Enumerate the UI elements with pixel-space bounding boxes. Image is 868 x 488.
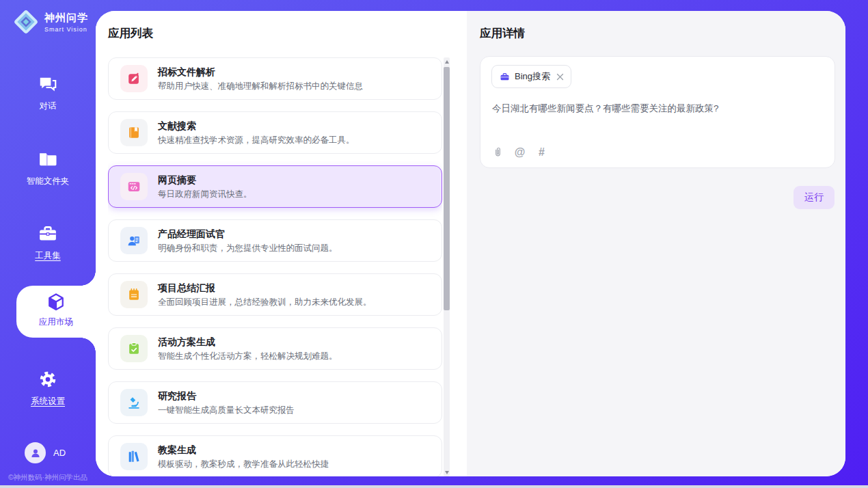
notepad-icon	[120, 281, 148, 308]
webpage-icon	[120, 173, 148, 200]
sidebar-item-smart-folder[interactable]: 智能文件夹	[0, 149, 96, 187]
app-card-title: 研究报告	[158, 390, 295, 402]
copyright-text: ©神州数码·神州问学出品	[0, 473, 96, 483]
scroll-up-icon[interactable]	[444, 57, 450, 66]
app-card-description: 帮助用户快速、准确地理解和解析招标书中的关键信息	[158, 81, 363, 92]
brand-logo: 神州问学 Smart Vision	[12, 8, 88, 36]
scrollbar-thumb[interactable]	[444, 67, 450, 310]
app-detail-panel: 应用详情 Bing搜索 今日湖北有哪些新闻要点？有哪些需要关注的最新政策? @ …	[467, 11, 845, 476]
app-card[interactable]: 产品经理面试官 明确身份和职责，为您提供专业性的面试问题。	[108, 219, 442, 262]
app-card-title: 活动方案生成	[158, 336, 338, 348]
app-card-title: 教案生成	[158, 444, 329, 456]
close-icon[interactable]	[556, 73, 564, 81]
microscope-icon	[120, 389, 148, 416]
app-card[interactable]: 项目总结汇报 全面回顾项目进展，总结经验教训，助力未来优化发展。	[108, 273, 442, 316]
app-window: 神州问学 Smart Vision 对话 智能文件夹 工具集 应用市场 系统设置	[0, 0, 868, 488]
sidebar-item-settings[interactable]: 系统设置	[0, 369, 96, 407]
tool-chip-bing-search[interactable]: Bing搜索	[491, 65, 571, 88]
sidebar-item-chat[interactable]: 对话	[0, 74, 96, 112]
app-card[interactable]: 文献搜索 快速精准查找学术资源，提高研究效率的必备工具。	[108, 111, 442, 154]
toolbox-icon	[38, 223, 58, 244]
briefcase-icon	[500, 72, 510, 82]
scroll-down-icon[interactable]	[444, 468, 450, 476]
chat-icon	[38, 74, 58, 94]
app-card-title: 网页摘要	[158, 174, 252, 186]
cube-icon	[46, 292, 66, 312]
user-initials: AD	[53, 448, 66, 458]
sidebar-item-label: 系统设置	[0, 396, 96, 407]
sidebar-item-label: 工具集	[0, 250, 96, 262]
app-card[interactable]: 网页摘要 每日政府新闻资讯快查。	[108, 165, 442, 208]
avatar	[25, 442, 46, 463]
app-card-title: 项目总结汇报	[158, 282, 372, 294]
hash-topic-icon[interactable]: #	[536, 146, 547, 158]
books-icon	[120, 443, 148, 470]
book-icon	[120, 119, 148, 146]
app-card-description: 明确身份和职责，为您提供专业性的面试问题。	[158, 243, 338, 254]
app-card[interactable]: 招标文件解析 帮助用户快速、准确地理解和解析招标书中的关键信息	[108, 57, 442, 100]
app-card[interactable]: 活动方案生成 智能生成个性化活动方案，轻松解决规划难题。	[108, 327, 442, 370]
user-account[interactable]: AD	[25, 442, 66, 463]
prompt-input-card[interactable]: Bing搜索 今日湖北有哪些新闻要点？有哪些需要关注的最新政策? @ #	[480, 56, 835, 168]
sidebar-item-label: 应用市场	[16, 316, 96, 328]
app-card-description: 模板驱动，教案秒成，教学准备从此轻松快捷	[158, 459, 329, 470]
app-card-title: 文献搜索	[158, 120, 355, 132]
app-card-description: 全面回顾项目进展，总结经验教训，助力未来优化发展。	[158, 297, 372, 308]
sidebar-item-toolset[interactable]: 工具集	[0, 223, 96, 262]
app-card-description: 每日政府新闻资讯快查。	[158, 189, 252, 200]
sidebar-item-app-market[interactable]: 应用市场	[16, 286, 96, 338]
app-card-description: 一键智能生成高质量长文本研究报告	[158, 405, 295, 416]
interviewer-icon	[120, 227, 148, 254]
brand-logo-icon	[12, 8, 40, 36]
app-card-list: 招标文件解析 帮助用户快速、准确地理解和解析招标书中的关键信息 文献搜索 快速精…	[108, 57, 442, 476]
app-list-panel: 应用列表 招标文件解析 帮助用户快速、准确地理解和解析招标书中的关键信息 文献搜…	[96, 11, 467, 476]
brand-subtitle: Smart Vision	[44, 26, 88, 33]
edit-doc-icon	[120, 65, 148, 92]
run-button[interactable]: 运行	[794, 186, 835, 209]
sidebar-item-label: 智能文件夹	[0, 176, 96, 187]
app-card-title: 招标文件解析	[158, 66, 363, 78]
app-card[interactable]: 教案生成 模板驱动，教案秒成，教学准备从此轻松快捷	[108, 435, 442, 476]
sidebar: 神州问学 Smart Vision 对话 智能文件夹 工具集 应用市场 系统设置	[0, 0, 96, 488]
clipboard-check-icon	[120, 335, 148, 362]
content-area: 应用列表 招标文件解析 帮助用户快速、准确地理解和解析招标书中的关键信息 文献搜…	[96, 11, 845, 476]
folder-icon	[38, 149, 58, 170]
app-list-title: 应用列表	[108, 26, 153, 41]
query-text[interactable]: 今日湖北有哪些新闻要点？有哪些需要关注的最新政策?	[492, 102, 824, 115]
app-card-title: 产品经理面试官	[158, 228, 338, 240]
window-bottom-edge	[0, 485, 868, 488]
app-detail-title: 应用详情	[480, 26, 525, 41]
attachment-toolbar: @ #	[492, 146, 547, 158]
app-list-scrollbar[interactable]	[444, 57, 450, 476]
app-card-description: 快速精准查找学术资源，提高研究效率的必备工具。	[158, 135, 355, 146]
paperclip-icon[interactable]	[492, 146, 504, 158]
at-mention-icon[interactable]: @	[514, 146, 526, 158]
brand-name: 神州问学	[44, 12, 88, 25]
app-card[interactable]: 研究报告 一键智能生成高质量长文本研究报告	[108, 381, 442, 424]
gear-icon	[38, 369, 58, 390]
tool-chip-label: Bing搜索	[515, 70, 550, 83]
app-card-description: 智能生成个性化活动方案，轻松解决规划难题。	[158, 351, 338, 362]
sidebar-item-label: 对话	[0, 100, 96, 112]
